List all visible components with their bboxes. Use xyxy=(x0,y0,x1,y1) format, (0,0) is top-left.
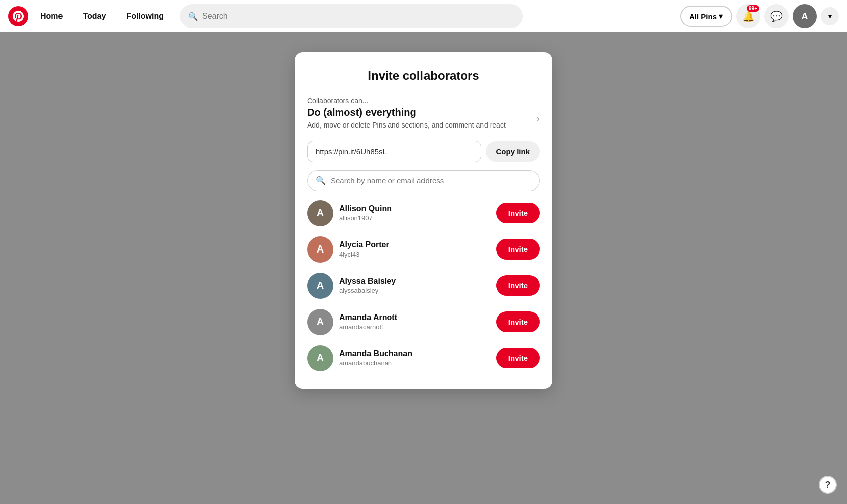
pinterest-logo[interactable]: Pinterest xyxy=(8,6,28,26)
chevron-down-icon: ▾ xyxy=(828,12,832,20)
permission-desc: Add, move or delete Pins and sections, a… xyxy=(307,120,506,131)
modal-overlay: Invite collaborators Collaborators can..… xyxy=(0,32,847,504)
user-info: Allison Quinn allison1907 xyxy=(339,204,490,222)
user-name: Alycia Porter xyxy=(339,240,490,249)
user-handle: amandabuchanan xyxy=(339,359,490,367)
help-button[interactable]: ? xyxy=(819,476,837,494)
user-name: Amanda Buchanan xyxy=(339,349,490,358)
permission-title: Do (almost) everything xyxy=(307,107,506,118)
search-icon: 🔍 xyxy=(188,12,198,21)
invite-collaborators-modal: Invite collaborators Collaborators can..… xyxy=(295,52,552,389)
user-list: A Allison Quinn allison1907 Invite A Aly… xyxy=(307,195,540,376)
navbar: Pinterest Home Today Following 🔍 All Pin… xyxy=(0,0,847,32)
account-chevron-button[interactable]: ▾ xyxy=(821,7,839,25)
user-avatar: A xyxy=(307,345,333,371)
list-item: A Allison Quinn allison1907 Invite xyxy=(307,195,540,231)
nav-home[interactable]: Home xyxy=(32,8,71,25)
message-icon: 💬 xyxy=(770,10,783,22)
invite-button[interactable]: Invite xyxy=(496,348,540,368)
permissions-text: Do (almost) everything Add, move or dele… xyxy=(307,107,506,131)
user-info: Amanda Arnott amandacarnott xyxy=(339,313,490,331)
list-item: A Amanda Buchanan amandabuchanan Invite xyxy=(307,340,540,376)
search-box: 🔍 xyxy=(307,170,540,191)
user-name: Alyssa Baisley xyxy=(339,277,490,286)
permissions-row[interactable]: Do (almost) everything Add, move or dele… xyxy=(307,107,540,131)
list-item: A Alyssa Baisley alyssabaisley Invite xyxy=(307,268,540,304)
list-item: A Amanda Arnott amandacarnott Invite xyxy=(307,304,540,340)
user-info: Alyssa Baisley alyssabaisley xyxy=(339,277,490,294)
modal-title: Invite collaborators xyxy=(307,69,540,83)
nav-right: All Pins ▾ 🔔 99+ 💬 A ▾ xyxy=(680,4,839,28)
nav-search-container: 🔍 xyxy=(180,4,523,28)
user-handle: amandacarnott xyxy=(339,323,490,331)
bell-icon: 🔔 xyxy=(742,10,755,22)
invite-button[interactable]: Invite xyxy=(496,311,540,332)
user-info: Alycia Porter 4lyci43 xyxy=(339,240,490,258)
chevron-right-icon: › xyxy=(536,113,540,124)
nav-search-input[interactable] xyxy=(202,12,515,21)
messages-button[interactable]: 💬 xyxy=(764,4,789,28)
search-input[interactable] xyxy=(331,176,531,185)
invite-link-input[interactable] xyxy=(307,141,481,162)
user-name: Allison Quinn xyxy=(339,204,490,213)
user-name: Amanda Arnott xyxy=(339,313,490,322)
collaborators-label: Collaborators can... xyxy=(307,97,540,105)
invite-button[interactable]: Invite xyxy=(496,203,540,223)
user-handle: alyssabaisley xyxy=(339,287,490,294)
user-avatar: A xyxy=(307,200,333,226)
user-avatar: A xyxy=(307,309,333,335)
user-avatar: A xyxy=(307,236,333,263)
link-row: Copy link xyxy=(307,141,540,162)
nav-today[interactable]: Today xyxy=(75,8,114,25)
nav-following[interactable]: Following xyxy=(118,8,172,25)
invite-button[interactable]: Invite xyxy=(496,275,540,296)
chevron-down-icon: ▾ xyxy=(719,12,723,21)
invite-button[interactable]: Invite xyxy=(496,239,540,260)
user-info: Amanda Buchanan amandabuchanan xyxy=(339,349,490,367)
notification-badge: 99+ xyxy=(747,5,759,12)
copy-link-button[interactable]: Copy link xyxy=(486,141,540,162)
list-item: A Alycia Porter 4lyci43 Invite xyxy=(307,231,540,268)
all-pins-button[interactable]: All Pins ▾ xyxy=(680,6,732,27)
user-avatar: A xyxy=(307,273,333,299)
user-avatar-button[interactable]: A xyxy=(793,4,817,28)
user-handle: 4lyci43 xyxy=(339,250,490,258)
notifications-button[interactable]: 🔔 99+ xyxy=(736,4,760,28)
user-handle: allison1907 xyxy=(339,214,490,222)
search-icon: 🔍 xyxy=(316,176,326,185)
